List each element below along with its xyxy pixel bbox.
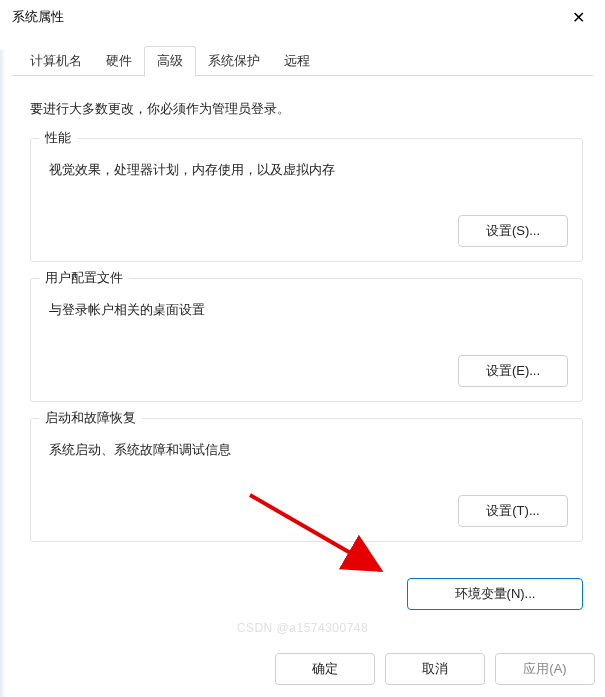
tab-computer-name[interactable]: 计算机名 <box>18 47 94 76</box>
tab-hardware[interactable]: 硬件 <box>94 47 144 76</box>
tab-advanced[interactable]: 高级 <box>144 46 196 77</box>
ok-button[interactable]: 确定 <box>275 653 375 685</box>
userprofile-desc: 与登录帐户相关的桌面设置 <box>45 293 568 335</box>
performance-desc: 视觉效果，处理器计划，内存使用，以及虚拟内存 <box>45 153 568 195</box>
titlebar: 系统属性 ✕ <box>0 0 605 34</box>
performance-settings-button[interactable]: 设置(S)... <box>458 215 568 247</box>
environment-variables-button[interactable]: 环境变量(N)... <box>407 578 583 610</box>
startup-group: 启动和故障恢复 系统启动、系统故障和调试信息 设置(T)... <box>30 418 583 542</box>
startup-desc: 系统启动、系统故障和调试信息 <box>45 433 568 475</box>
admin-notice: 要进行大多数更改，你必须作为管理员登录。 <box>30 100 583 118</box>
csdn-watermark: CSDN @a1574300748 <box>237 621 368 635</box>
userprofile-settings-button[interactable]: 设置(E)... <box>458 355 568 387</box>
tab-remote[interactable]: 远程 <box>272 47 322 76</box>
close-icon: ✕ <box>572 8 585 27</box>
performance-legend: 性能 <box>39 129 77 147</box>
advanced-panel: 要进行大多数更改，你必须作为管理员登录。 性能 视觉效果，处理器计划，内存使用，… <box>0 76 605 572</box>
apply-button[interactable]: 应用(A) <box>495 653 595 685</box>
startup-settings-button[interactable]: 设置(T)... <box>458 495 568 527</box>
tab-system-protection[interactable]: 系统保护 <box>196 47 272 76</box>
userprofile-legend: 用户配置文件 <box>39 269 129 287</box>
close-button[interactable]: ✕ <box>555 2 601 32</box>
startup-legend: 启动和故障恢复 <box>39 409 142 427</box>
dialog-footer: 确定 取消 应用(A) <box>275 653 605 685</box>
tab-row: 计算机名 硬件 高级 系统保护 远程 <box>0 48 605 76</box>
performance-group: 性能 视觉效果，处理器计划，内存使用，以及虚拟内存 设置(S)... <box>30 138 583 262</box>
window-title: 系统属性 <box>12 8 64 26</box>
cancel-button[interactable]: 取消 <box>385 653 485 685</box>
userprofile-group: 用户配置文件 与登录帐户相关的桌面设置 设置(E)... <box>30 278 583 402</box>
